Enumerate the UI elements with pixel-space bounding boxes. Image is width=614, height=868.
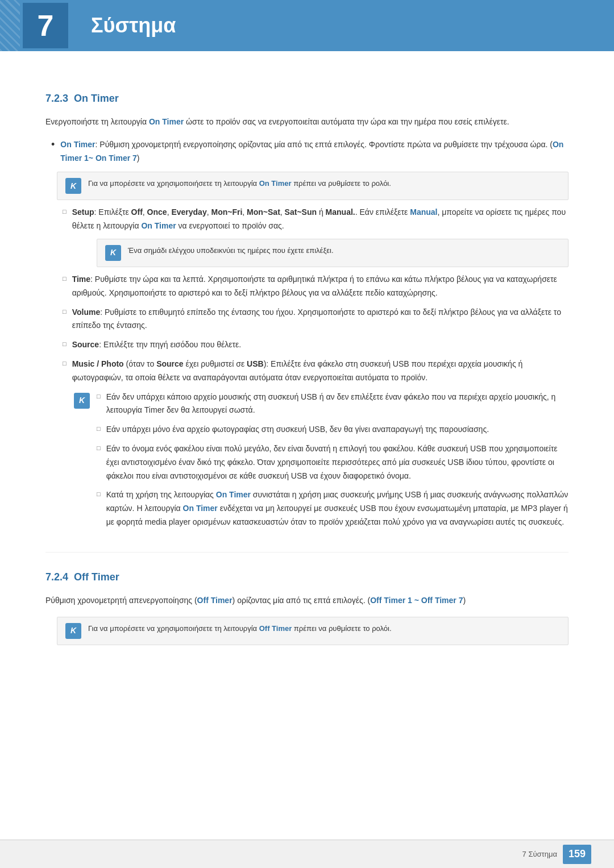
note-box-off-timer: K Για να μπορέσετε να χρησιμοποιήσετε τη…	[57, 617, 569, 645]
chapter-title: Σύστημα	[91, 10, 176, 41]
content-area: 7.2.3 On Timer Ενεργοποιήστε τη λειτουργ…	[0, 51, 614, 696]
sub-sub-text-1: Εάν δεν υπάρχει κάποιο αρχείο μουσικής σ…	[106, 391, 569, 418]
note-box-2: K Ένα σημάδι ελέγχου υποδεικνύει τις ημέ…	[97, 239, 569, 267]
section-divider	[45, 552, 569, 553]
note-icon-2: K	[105, 245, 121, 261]
sub-bullet-time: □	[63, 274, 67, 284]
nested-note-music: K □ Εάν δεν υπάρχει κάποιο αρχείο μουσικ…	[74, 391, 569, 535]
sub-sub-item-2: □ Εάν υπάρχει μόνο ένα αρχείο φωτογραφία…	[97, 423, 569, 437]
sub-sub-bullet-1: □	[97, 392, 101, 401]
sub-item-volume: □ Volume: Ρυθμίστε το επιθυμητό επίπεδο …	[63, 306, 569, 333]
sub-bullet-music: □	[63, 359, 67, 368]
note-text-off-timer: Για να μπορέσετε να χρησιμοποιήσετε τη λ…	[88, 623, 392, 635]
footer-content: 7 Σύστημα 159	[522, 845, 591, 864]
sub-item-time: □ Time: Ρυθμίστε την ώρα και τα λεπτά. Χ…	[63, 273, 569, 300]
sub-sub-text-3: Εάν το όνομα ενός φακέλου είναι πολύ μεγ…	[106, 442, 569, 483]
note-box-1: K Για να μπορέσετε να χρησιμοποιήσετε τη…	[57, 172, 569, 200]
section-7-2-3-title: 7.2.3 On Timer	[45, 91, 569, 106]
sub-sub-text-4: Κατά τη χρήση της λειτουργίας On Timer σ…	[106, 488, 569, 529]
bullet-on-timer-text: On Timer: Ρύθμιση χρονομετρητή ενεργοποί…	[60, 138, 569, 165]
note-icon-music: K	[74, 393, 90, 409]
chapter-number-box: 7	[23, 3, 68, 48]
sub-sub-bullet-2: □	[97, 424, 101, 434]
section-7-2-4: 7.2.4 Off Timer Ρύθμιση χρονομετρητή απε…	[45, 570, 569, 645]
footer-page-number: 159	[563, 845, 591, 864]
sub-item-music: □ Music / Photo (όταν το Source έχει ρυθ…	[63, 358, 569, 385]
note-icon-off-timer: K	[65, 623, 81, 639]
page-footer: 7 Σύστημα 159	[0, 840, 614, 868]
sub-text-setup: Setup: Επιλέξτε Off, Once, Everyday, Mon…	[72, 206, 569, 233]
bullet-dot-1: •	[51, 139, 55, 149]
stripe-decoration	[0, 0, 20, 51]
header-bar: 7 Σύστημα	[0, 0, 614, 51]
sub-text-music: Music / Photo (όταν το Source έχει ρυθμι…	[72, 358, 569, 385]
sub-bullet-setup: □	[63, 207, 67, 217]
sub-sub-bullet-3: □	[97, 443, 101, 453]
sub-text-volume: Volume: Ρυθμίστε το επιθυμητό επίπεδο τη…	[72, 306, 569, 333]
section-7-2-3-intro: Ενεργοποιήστε τη λειτουργία On Timer ώστ…	[45, 115, 569, 129]
note-text-2: Ένα σημάδι ελέγχου υποδεικνύει τις ημέρε…	[128, 245, 334, 257]
note-icon-1: K	[65, 178, 81, 194]
sub-sub-item-4: □ Κατά τη χρήση της λειτουργίας On Timer…	[97, 488, 569, 529]
nested-note-music-content: □ Εάν δεν υπάρχει κάποιο αρχείο μουσικής…	[97, 391, 569, 535]
footer-chapter-label: 7 Σύστημα	[522, 849, 557, 860]
sub-text-source: Source: Επιλέξτε την πηγή εισόδου που θέ…	[72, 338, 241, 352]
chapter-number: 7	[38, 3, 54, 48]
section-7-2-4-intro: Ρύθμιση χρονομετρητή απενεργοποίησης (Of…	[45, 594, 569, 608]
sub-item-setup: □ Setup: Επιλέξτε Off, Once, Everyday, M…	[63, 206, 569, 233]
note-text-1: Για να μπορέσετε να χρησιμοποιήσετε τη λ…	[88, 178, 391, 190]
section-7-2-3: 7.2.3 On Timer Ενεργοποιήστε τη λειτουργ…	[45, 91, 569, 535]
sub-item-source: □ Source: Επιλέξτε την πηγή εισόδου που …	[63, 338, 569, 352]
sub-sub-bullet-4: □	[97, 489, 101, 499]
sub-sub-text-2: Εάν υπάρχει μόνο ένα αρχείο φωτογραφίας …	[106, 423, 489, 437]
sub-text-time: Time: Ρυθμίστε την ώρα και τα λεπτά. Χρη…	[72, 273, 569, 300]
page-wrapper: 7 Σύστημα 7.2.3 On Timer Ενεργοποιήστε τ…	[0, 0, 614, 868]
bullet-on-timer: • On Timer: Ρύθμιση χρονομετρητή ενεργοπ…	[45, 138, 569, 165]
sub-list-setup: □ Setup: Επιλέξτε Off, Once, Everyday, M…	[63, 206, 569, 534]
sub-sub-item-1: □ Εάν δεν υπάρχει κάποιο αρχείο μουσικής…	[97, 391, 569, 418]
sub-sub-item-3: □ Εάν το όνομα ενός φακέλου είναι πολύ μ…	[97, 442, 569, 483]
section-7-2-4-title: 7.2.4 Off Timer	[45, 570, 569, 585]
sub-bullet-source: □	[63, 339, 67, 349]
sub-bullet-volume: □	[63, 307, 67, 317]
